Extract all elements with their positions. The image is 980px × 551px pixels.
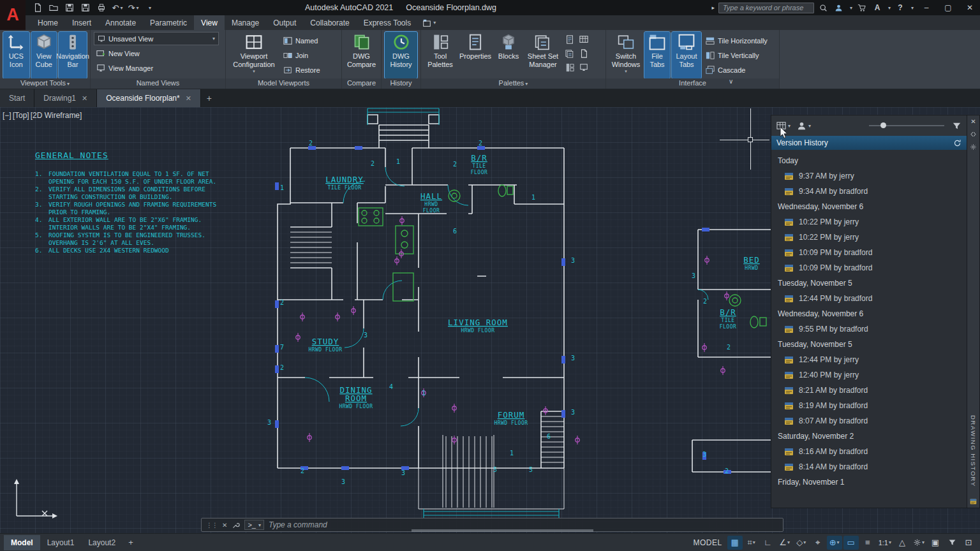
grid-display-toggle[interactable]: ▦ xyxy=(727,536,743,550)
polar-tracking-toggle[interactable]: ∠▾ xyxy=(777,536,792,550)
save-as-button[interactable] xyxy=(78,1,93,14)
help-icon[interactable]: ? xyxy=(895,2,906,13)
version-entry[interactable]: 8:14 AM by bradford xyxy=(771,459,967,474)
tool-palettes-button[interactable]: Tool Palettes xyxy=(424,32,456,78)
canvas-horizontal-scrollbar[interactable] xyxy=(412,529,593,532)
panel-label-interface[interactable]: Interface xyxy=(606,78,779,89)
viewport-configuration-button[interactable]: Viewport Configuration ▾ xyxy=(229,32,279,78)
maximize-button[interactable]: ▢ xyxy=(939,0,957,15)
version-entry[interactable]: 10:09 PM by bradford xyxy=(771,260,967,276)
redo-button[interactable]: ↷▾ xyxy=(126,1,140,14)
menu-tab-home[interactable]: Home xyxy=(31,15,65,30)
named-viewport-button[interactable]: Named xyxy=(281,34,323,47)
join-viewport-button[interactable]: Join xyxy=(281,49,323,62)
palette-close-icon[interactable]: ✕ xyxy=(970,119,976,125)
dwg-history-button[interactable]: DWG History xyxy=(385,32,417,78)
file-tab-close-icon[interactable]: ✕ xyxy=(186,94,191,103)
panel-label-named-views[interactable]: Named Views xyxy=(91,78,225,89)
model-space-button[interactable]: MODEL xyxy=(693,538,722,547)
open-button[interactable] xyxy=(47,1,61,14)
minimize-button[interactable]: – xyxy=(917,0,935,15)
view-manager-button[interactable]: View Manager xyxy=(94,62,219,75)
infer-constraints-toggle[interactable]: ∟ xyxy=(761,536,776,550)
palette-autohide-icon[interactable] xyxy=(970,131,977,138)
design-center-palette-button[interactable] xyxy=(563,61,576,74)
layout-tab-model[interactable]: Model xyxy=(4,535,40,550)
file-tab-oceanside-floorplan-[interactable]: Oceanside Floorplan*✕ xyxy=(97,89,201,107)
version-entry[interactable]: 12:44 PM by bradford xyxy=(771,291,967,306)
version-entry[interactable]: 8:16 AM by bradford xyxy=(771,444,967,459)
menu-tab-view[interactable]: View xyxy=(194,15,225,30)
annotation-scale-button[interactable]: 1:1▾ xyxy=(877,536,893,550)
command-prompt-icon[interactable]: >_▾ xyxy=(244,520,264,530)
tile-horizontally-button[interactable]: Tile Horizontally xyxy=(703,34,770,47)
qat-customize-button[interactable]: ▾ xyxy=(142,1,156,14)
version-entry[interactable]: 9:34 AM by bradford xyxy=(771,184,967,199)
version-entry[interactable]: 10:22 PM by jerry xyxy=(771,230,967,245)
file-tab-start[interactable]: Start xyxy=(0,89,34,107)
switch-windows-button[interactable]: Switch Windows ▾ xyxy=(609,32,642,78)
plot-button[interactable] xyxy=(94,1,108,14)
user-filter-button[interactable]: ▾ xyxy=(797,121,811,131)
version-entry[interactable]: 10:09 PM by bradford xyxy=(771,245,967,260)
restore-viewport-button[interactable]: Restore xyxy=(281,64,323,77)
search-input[interactable] xyxy=(718,3,814,13)
tile-vertically-button[interactable]: Tile Vertically xyxy=(703,49,770,62)
palette-tab-label[interactable]: DRAWING HISTORY xyxy=(970,415,977,487)
menu-tab-manage[interactable]: Manage xyxy=(225,15,266,30)
cascade-button[interactable]: Cascade xyxy=(703,64,770,77)
view-cube-toggle[interactable]: View Cube xyxy=(31,32,57,78)
count-palette-button[interactable] xyxy=(577,61,590,74)
command-line-grip[interactable]: ⋮⋮ xyxy=(206,522,218,529)
app-ca ret[interactable]: ▾ xyxy=(888,5,891,11)
properties-button[interactable]: Properties xyxy=(458,32,493,78)
markup-palette-button[interactable] xyxy=(577,47,590,60)
search-icon[interactable] xyxy=(818,2,829,13)
version-entry[interactable]: 10:22 PM by jerry xyxy=(771,214,967,230)
sign-in-icon[interactable] xyxy=(833,2,845,13)
menu-tab-collaborate[interactable]: Collaborate xyxy=(303,15,356,30)
panel-label-model-viewports[interactable]: Model Viewports xyxy=(226,78,341,89)
annotation-visibility-toggle[interactable]: △ xyxy=(895,536,910,550)
file-tab-drawing1[interactable]: Drawing1✕ xyxy=(34,89,97,107)
annotation-monitor-toggle[interactable]: ▣ xyxy=(928,536,943,550)
layout-tab-layout1[interactable]: Layout1 xyxy=(40,535,82,550)
calculator-palette-button[interactable] xyxy=(577,33,590,46)
ribbon-tab-options[interactable]: ▾ xyxy=(418,15,441,30)
new-file-tab-button[interactable]: + xyxy=(201,89,218,107)
navigation-bar-toggle[interactable]: Navigation Bar xyxy=(59,32,87,78)
viewport-minimize-control[interactable]: [−] xyxy=(3,111,11,120)
isometric-drafting-toggle[interactable]: ◇▾ xyxy=(794,536,809,550)
help-caret[interactable]: ▾ xyxy=(911,5,914,11)
new-layout-button[interactable]: + xyxy=(124,538,138,547)
external-refs-palette-button[interactable] xyxy=(563,47,576,60)
dwg-compare-button[interactable]: DWG Compare xyxy=(345,32,378,78)
new-view-button[interactable]: New View xyxy=(94,47,219,60)
transparency-toggle[interactable]: ≡ xyxy=(860,536,875,550)
version-range-slider[interactable] xyxy=(869,125,944,126)
close-button[interactable]: ✕ xyxy=(961,0,979,15)
command-line-close-icon[interactable]: ✕ xyxy=(222,522,227,529)
filter-icon[interactable] xyxy=(952,121,961,131)
autodesk-app-icon[interactable]: A xyxy=(872,2,883,13)
snap-mode-toggle[interactable]: ⌗▾ xyxy=(744,536,759,550)
sheet-set-manager-button[interactable]: Sheet Set Manager xyxy=(524,32,561,78)
object-isolate-button[interactable] xyxy=(944,536,960,550)
clean-screen-toggle[interactable]: ⊡ xyxy=(961,536,976,550)
viewport-visual-style-control[interactable]: [2D Wireframe] xyxy=(31,111,82,120)
ribbon-collapse-chevron[interactable]: ∨ xyxy=(729,78,733,85)
command-line-customize-icon[interactable] xyxy=(232,521,240,529)
version-entry[interactable]: 8:21 AM by bradford xyxy=(771,383,967,398)
palette-properties-gear-icon[interactable] xyxy=(970,143,977,151)
search-collapse-arrow[interactable]: ▸ xyxy=(711,4,715,11)
refresh-icon[interactable] xyxy=(953,139,961,147)
panel-label-viewport-tools[interactable]: Viewport Tools▾ xyxy=(0,78,90,89)
version-entry[interactable]: 9:55 PM by bradford xyxy=(771,321,967,337)
menu-tab-insert[interactable]: Insert xyxy=(65,15,98,30)
new-drawing-button[interactable] xyxy=(31,1,45,14)
menu-tab-output[interactable]: Output xyxy=(266,15,303,30)
file-tab-close-icon[interactable]: ✕ xyxy=(82,94,87,103)
object-snap-tracking-toggle[interactable]: ⌖ xyxy=(810,536,826,550)
version-entry[interactable]: 12:40 PM by jerry xyxy=(771,367,967,383)
undo-button[interactable]: ↶▾ xyxy=(110,1,124,14)
